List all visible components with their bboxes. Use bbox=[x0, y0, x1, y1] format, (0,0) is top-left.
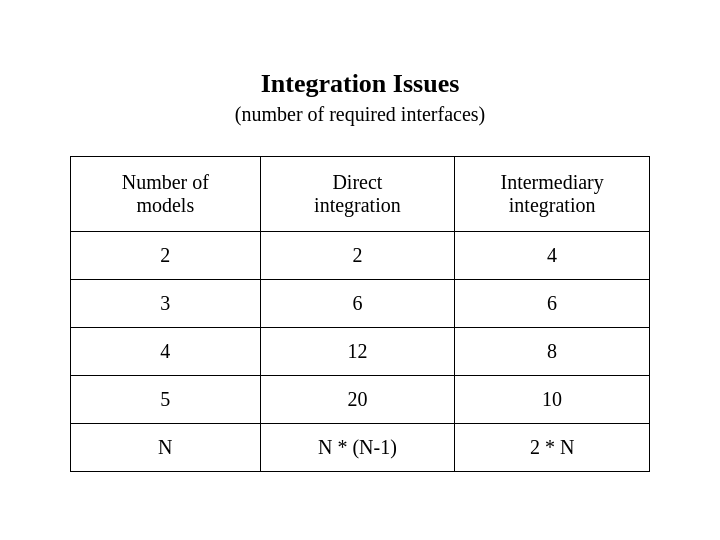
table-row: 366 bbox=[71, 279, 650, 327]
cell-direct: 20 bbox=[260, 375, 455, 423]
header-col-models: Number of models bbox=[71, 156, 261, 231]
cell-intermediary: 2 * N bbox=[455, 423, 650, 471]
page-container: Integration Issues (number of required i… bbox=[0, 49, 720, 492]
cell-models: 2 bbox=[71, 231, 261, 279]
table-row: 52010 bbox=[71, 375, 650, 423]
integration-table: Number of models Direct integration Inte… bbox=[70, 156, 650, 472]
cell-direct: 2 bbox=[260, 231, 455, 279]
cell-intermediary: 8 bbox=[455, 327, 650, 375]
main-title: Integration Issues bbox=[235, 69, 485, 99]
cell-intermediary: 4 bbox=[455, 231, 650, 279]
header-col-intermediary: Intermediary integration bbox=[455, 156, 650, 231]
title-block: Integration Issues (number of required i… bbox=[235, 69, 485, 126]
cell-models: 4 bbox=[71, 327, 261, 375]
cell-models: 5 bbox=[71, 375, 261, 423]
cell-direct: 12 bbox=[260, 327, 455, 375]
table-row: NN * (N-1)2 * N bbox=[71, 423, 650, 471]
table-row: 4128 bbox=[71, 327, 650, 375]
header-col-direct: Direct integration bbox=[260, 156, 455, 231]
cell-direct: 6 bbox=[260, 279, 455, 327]
cell-models: 3 bbox=[71, 279, 261, 327]
subtitle: (number of required interfaces) bbox=[235, 103, 485, 126]
table-row: 224 bbox=[71, 231, 650, 279]
cell-intermediary: 10 bbox=[455, 375, 650, 423]
cell-direct: N * (N-1) bbox=[260, 423, 455, 471]
cell-intermediary: 6 bbox=[455, 279, 650, 327]
table-header-row: Number of models Direct integration Inte… bbox=[71, 156, 650, 231]
cell-models: N bbox=[71, 423, 261, 471]
